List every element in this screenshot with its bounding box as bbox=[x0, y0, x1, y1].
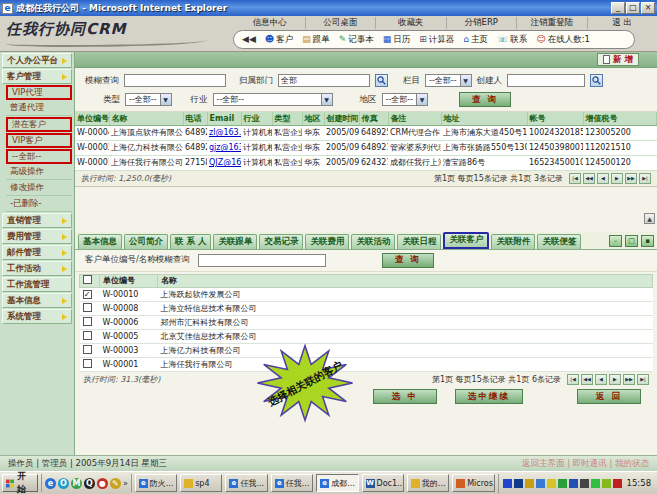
tray-icon[interactable] bbox=[558, 479, 567, 488]
taskbar-task-mydocs[interactable]: 我的... bbox=[407, 474, 449, 492]
email-link[interactable]: zl@163.com bbox=[207, 125, 241, 140]
tab-company-profile[interactable]: 公司简介 bbox=[124, 234, 168, 249]
row-checkbox[interactable] bbox=[83, 345, 92, 354]
tray-icon[interactable] bbox=[547, 479, 556, 488]
row-checkbox[interactable] bbox=[83, 290, 92, 299]
toolbar-notebook[interactable]: ✎记事本 bbox=[339, 34, 374, 46]
sidebar-item-potential-customer[interactable]: 潜在客户 bbox=[6, 117, 72, 132]
dept-lookup-icon[interactable] bbox=[375, 74, 388, 87]
taskbar-task-renwoxing2[interactable]: e任我... bbox=[271, 474, 313, 492]
page-fast-prev-icon[interactable]: ◀◀ bbox=[581, 374, 593, 385]
menu-item-info-center[interactable]: 信息中心 bbox=[235, 17, 305, 29]
scrollbar-up-icon[interactable]: ▲ bbox=[644, 213, 655, 224]
tray-icon[interactable] bbox=[591, 479, 600, 488]
page-fast-next-icon[interactable]: ▶▶ bbox=[623, 374, 635, 385]
sidebar-item-personal-office[interactable]: 个人办公平台 bbox=[2, 53, 72, 68]
quicklaunch-media-icon[interactable]: ● bbox=[97, 478, 108, 489]
taskbar-task-doc1[interactable]: WDoc1.... bbox=[362, 474, 404, 492]
tray-icon[interactable] bbox=[514, 479, 523, 488]
page-first-icon[interactable]: |◀ bbox=[569, 173, 581, 184]
quicklaunch-editor-icon[interactable]: ✎ bbox=[110, 478, 121, 489]
tab-related-schedule[interactable]: 关联日程 bbox=[397, 234, 441, 249]
page-fast-prev-icon[interactable]: ◀◀ bbox=[583, 173, 595, 184]
pane-maximize-icon[interactable]: ▪ bbox=[641, 235, 654, 247]
fuzzy-search-input[interactable] bbox=[124, 74, 226, 87]
page-next-icon[interactable]: ▶ bbox=[611, 173, 623, 184]
sidebar-item-basic-info[interactable]: 基本信息 bbox=[2, 293, 72, 308]
sidebar-item-work-activity[interactable]: 工作活动 bbox=[2, 261, 72, 276]
toolbar-calculator[interactable]: ⊞计算器 bbox=[419, 34, 454, 46]
email-link[interactable]: QJZ@163.COM bbox=[207, 155, 241, 170]
dept-input[interactable]: 全部 bbox=[278, 74, 370, 87]
quicklaunch-ie-icon[interactable]: e bbox=[45, 478, 56, 489]
table-row[interactable]: W-00003上海亿力科技有限公司 64892132gjz@163.com 计算… bbox=[75, 140, 657, 155]
column-select[interactable]: --全部--▼ bbox=[425, 74, 472, 87]
sidebar-item-system-mgmt[interactable]: 系统管理 bbox=[2, 309, 72, 324]
tray-battery-icon[interactable] bbox=[602, 479, 611, 488]
tab-transactions[interactable]: 交易记录 bbox=[259, 234, 303, 249]
tray-icon[interactable] bbox=[613, 479, 622, 488]
toolbar-customer[interactable]: ☻客户 bbox=[265, 34, 293, 46]
tab-related-expenses[interactable]: 关联费用 bbox=[305, 234, 349, 249]
row-checkbox[interactable] bbox=[83, 303, 92, 312]
row-checkbox[interactable] bbox=[83, 317, 92, 326]
close-icon[interactable]: × bbox=[641, 2, 655, 14]
sidebar-item-customer-mgmt[interactable]: 客户管理 bbox=[2, 69, 72, 84]
creator-input[interactable] bbox=[507, 74, 585, 87]
industry-select[interactable]: --全部--▼ bbox=[213, 93, 333, 106]
tab-related-attachments[interactable]: 关联附件 bbox=[491, 234, 535, 249]
region-select[interactable]: --全部--▼ bbox=[382, 93, 429, 106]
menu-item-company-desktop[interactable]: 公司桌面 bbox=[305, 17, 376, 29]
list-item[interactable]: W-00006郑州市汇科科技有限公司 bbox=[80, 315, 653, 329]
type-select[interactable]: --全部--▼ bbox=[125, 93, 172, 106]
status-right[interactable]: 返回主界面 | 即时通讯 | 我的状态 bbox=[522, 458, 649, 470]
menu-item-relogin[interactable]: 注销重登陆 bbox=[516, 17, 587, 29]
sidebar-item-vip-customer[interactable]: VIP客户 bbox=[6, 133, 72, 148]
tray-speaker-icon[interactable] bbox=[525, 479, 534, 488]
search-button[interactable]: 查 询 bbox=[459, 92, 511, 107]
taskbar-task-firewall[interactable]: e防火... bbox=[135, 474, 177, 492]
page-next-icon[interactable]: ▶ bbox=[609, 374, 621, 385]
sub-search-button[interactable]: 查 询 bbox=[382, 253, 434, 268]
list-item[interactable]: W-00010上海跃起软件发展公司 bbox=[80, 287, 653, 301]
tab-related-activities[interactable]: 关联活动 bbox=[351, 234, 395, 249]
table-row[interactable]: W-00001上海任我行有限公司 27158230QJZ@163.COM 计算机… bbox=[75, 155, 657, 170]
minimize-icon[interactable]: _ bbox=[611, 2, 625, 14]
page-fast-next-icon[interactable]: ▶▶ bbox=[625, 173, 637, 184]
select-all-checkbox[interactable] bbox=[83, 275, 92, 284]
tab-related-orders[interactable]: 关联跟单 bbox=[213, 234, 257, 249]
sidebar-item-modify-ops[interactable]: 修改操作 bbox=[6, 181, 72, 196]
quicklaunch-overflow-icon[interactable]: » bbox=[123, 479, 128, 488]
maximize-icon[interactable]: □ bbox=[626, 2, 640, 14]
tray-input-icon[interactable] bbox=[569, 479, 578, 488]
creator-lookup-icon[interactable] bbox=[590, 74, 603, 87]
page-prev-icon[interactable]: ◀ bbox=[597, 173, 609, 184]
quicklaunch-msn-icon[interactable]: M bbox=[71, 478, 82, 489]
row-checkbox[interactable] bbox=[83, 331, 92, 340]
list-item[interactable]: W-00008上海立特信息技术有限公司 bbox=[80, 301, 653, 315]
menu-item-exit[interactable]: 退 出 bbox=[587, 17, 657, 29]
taskbar-task-renwoxing1[interactable]: e任我... bbox=[225, 474, 267, 492]
sidebar-item-workflow-mgmt[interactable]: 工作流管理 bbox=[2, 277, 72, 292]
sidebar-item-advanced-ops[interactable]: 高级操作 bbox=[6, 165, 72, 180]
back-button[interactable]: 返 回 bbox=[577, 389, 641, 404]
sidebar-item-mail-mgmt[interactable]: 邮件管理 bbox=[2, 245, 72, 260]
quicklaunch-outlook-icon[interactable]: O bbox=[58, 478, 69, 489]
toolbar-home[interactable]: ⌂主页 bbox=[463, 34, 488, 46]
sidebar-item-all[interactable]: --全部-- bbox=[6, 149, 72, 164]
tab-related-notes[interactable]: 关联便签 bbox=[537, 234, 581, 249]
toolbar-calendar[interactable]: ▦日历 bbox=[383, 34, 411, 46]
select-continue-button[interactable]: 选中继续 bbox=[455, 389, 523, 404]
tray-icon[interactable] bbox=[503, 479, 512, 488]
table-row[interactable]: W-00004上海顶点软件有限公司 64892525zl@163.com 计算机… bbox=[75, 125, 657, 140]
start-button[interactable]: 开始 bbox=[2, 474, 38, 492]
menu-item-favorites[interactable]: 收藏夹 bbox=[375, 17, 446, 29]
taskbar-task-sp4[interactable]: sp4 bbox=[180, 474, 222, 492]
new-button[interactable]: 新 增 bbox=[597, 53, 639, 66]
tab-basic-info[interactable]: 基本信息 bbox=[78, 234, 122, 249]
taskbar-task-chengdu-active[interactable]: e成都... bbox=[316, 474, 358, 492]
page-prev-icon[interactable]: ◀ bbox=[595, 374, 607, 385]
sidebar-item-deleted[interactable]: -已删除- bbox=[6, 197, 72, 212]
tray-icon[interactable] bbox=[536, 479, 545, 488]
menu-item-erp[interactable]: 分销ERP bbox=[446, 17, 517, 29]
